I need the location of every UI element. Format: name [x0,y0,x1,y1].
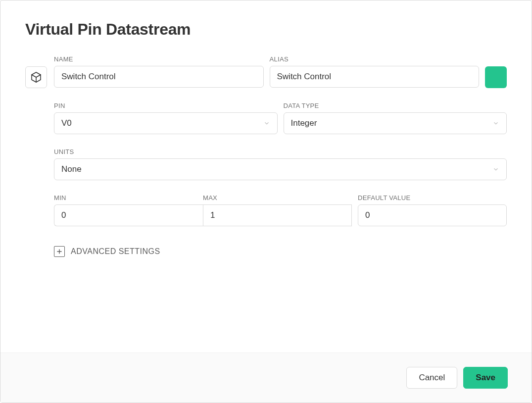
units-field: UNITS None [54,148,507,180]
max-label: MAX [203,194,352,202]
datatype-field: DATA TYPE Integer [284,102,507,134]
cube-icon [30,71,42,83]
alias-field: ALIAS [270,55,480,88]
units-label: UNITS [54,148,507,155]
pin-label: PIN [54,102,278,109]
name-input[interactable] [54,66,264,88]
default-input[interactable] [358,204,507,226]
units-select[interactable]: None [54,158,507,180]
color-picker-button[interactable] [485,66,507,88]
row-name-alias: NAME ALIAS [25,55,507,88]
icon-picker-button[interactable] [25,66,47,88]
alias-input[interactable] [270,66,480,88]
modal-body: Virtual Pin Datastream NAME ALIAS [0,0,532,353]
pin-value: V0 [61,118,72,128]
pin-select[interactable]: V0 [54,112,278,134]
datatype-label: DATA TYPE [284,102,507,109]
page-title: Virtual Pin Datastream [25,20,507,39]
max-field: MAX [203,194,352,226]
name-label: NAME [54,55,264,63]
min-input[interactable] [54,204,203,226]
modal-footer: Cancel Save [0,353,532,403]
max-input[interactable] [203,204,352,226]
default-field: DEFAULT VALUE [358,194,507,226]
save-button[interactable]: Save [463,367,508,389]
row-pin-type: PIN V0 DATA TYPE Integer [54,102,507,134]
default-label: DEFAULT VALUE [358,194,507,202]
datatype-value: Integer [291,118,317,128]
min-label: MIN [54,194,203,202]
row-units: UNITS None [54,148,507,180]
row-min-max-default: MIN MAX DEFAULT VALUE [54,194,507,226]
pin-field: PIN V0 [54,102,278,134]
alias-label: ALIAS [270,55,480,63]
advanced-settings-toggle[interactable]: ADVANCED SETTINGS [54,246,507,257]
chevron-down-icon [492,166,499,173]
datastream-modal: Virtual Pin Datastream NAME ALIAS [0,0,532,403]
datatype-select[interactable]: Integer [284,112,507,134]
advanced-label: ADVANCED SETTINGS [71,247,160,256]
plus-icon [54,246,65,257]
chevron-down-icon [263,120,270,127]
name-field: NAME [54,55,264,88]
chevron-down-icon [492,120,499,127]
cancel-button[interactable]: Cancel [406,367,457,389]
form-area: NAME ALIAS PIN V0 [25,55,507,257]
min-field: MIN [54,194,203,226]
units-value: None [61,164,82,174]
